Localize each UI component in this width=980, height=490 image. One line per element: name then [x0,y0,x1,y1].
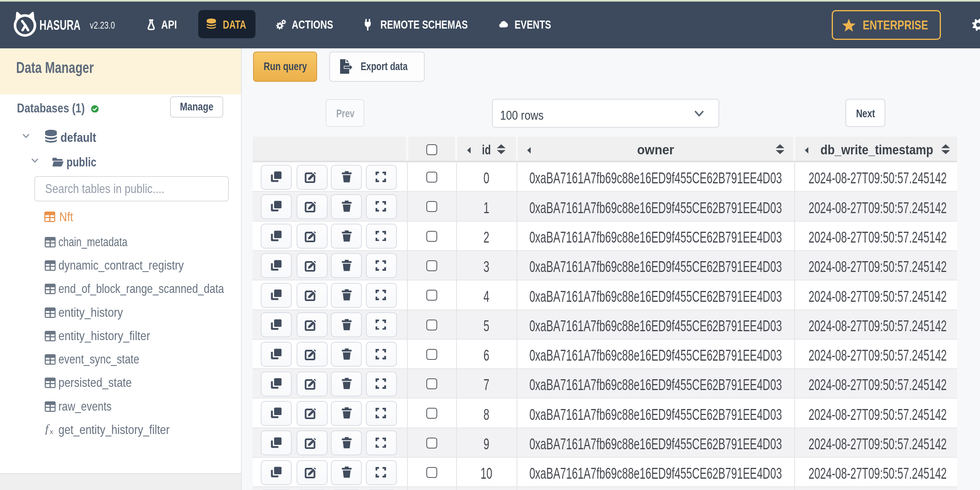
svg-text:x: x [50,428,54,435]
svg-text:f: f [45,424,50,435]
